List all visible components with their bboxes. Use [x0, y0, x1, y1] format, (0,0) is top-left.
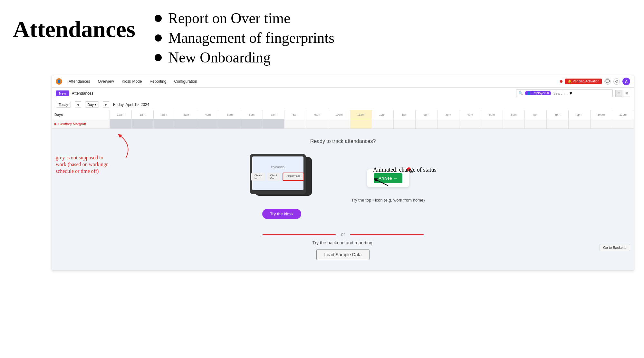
odoo-interface: 👤 Attendances Overview Kiosk Mode Report… — [52, 75, 634, 271]
chat-icon[interactable]: 💬 — [604, 78, 611, 85]
employee-icon: 👤 — [527, 91, 531, 95]
row-hour-block-6pm — [503, 119, 525, 128]
timeline-row-hours — [110, 119, 634, 128]
top-navbar: 👤 Attendances Overview Kiosk Mode Report… — [52, 75, 634, 88]
grey-annotation: grey is not supposed to work (based on w… — [56, 155, 114, 174]
row-hour-block-5pm — [481, 119, 503, 128]
row-hour-block-2pm — [416, 119, 437, 128]
tablet-screen: EQ PHOTO Check In Check Out Finger/Face — [252, 156, 303, 190]
row-hour-block-10am — [328, 119, 350, 128]
next-arrow[interactable]: ▶ — [103, 101, 109, 108]
ready-text: Ready to track attendances? — [310, 138, 376, 144]
hour-cell-4am: 4am — [197, 110, 219, 119]
load-sample-button[interactable]: Load Sample Data — [316, 249, 370, 260]
employee-tag[interactable]: 👤 Employee ✕ — [525, 91, 551, 95]
row-hour-block-9pm — [569, 119, 591, 128]
kiosk-device: EQ PHOTO Check In Check Out Finger/Face … — [250, 154, 314, 219]
search-bar: 🔍 👤 Employee ✕ Search... ▾ — [516, 89, 613, 97]
days-column-header: Days — [52, 110, 110, 119]
nav-left: 👤 Attendances Overview Kiosk Mode Report… — [56, 78, 198, 85]
employee-tag-label: Employee — [532, 91, 546, 95]
timeline-row: ▶ Geoffrey Margraff — [52, 119, 634, 129]
row-hour-block-1pm — [394, 119, 416, 128]
checkout-btn[interactable]: Check Out — [267, 173, 281, 181]
clock-icon[interactable]: ⏱ — [613, 78, 620, 85]
nav-overview[interactable]: Overview — [97, 79, 115, 84]
arrivee-button[interactable]: Arrivée → — [374, 173, 403, 183]
hour-cell-9am: 9am — [306, 110, 328, 119]
view-dropdown-icon: ▾ — [95, 102, 97, 107]
bullet-dot-3 — [155, 54, 162, 61]
person-name: Geoffrey Margraff — [58, 122, 86, 126]
pending-label: Pending Activation — [573, 80, 599, 83]
search-icon: 🔍 — [518, 91, 523, 95]
row-hour-block-7pm — [525, 119, 547, 128]
status-dot — [560, 80, 562, 83]
hour-cell-5pm: 5pm — [481, 110, 503, 119]
feature-label-3: New Onboarding — [168, 49, 271, 66]
today-button[interactable]: Today — [56, 102, 71, 108]
hour-cell-8pm: 8pm — [547, 110, 569, 119]
tablet-header: EQ PHOTO — [271, 166, 284, 169]
status-widget: Arrivée → Animated: change of status — [340, 169, 437, 203]
feature-label-2: Management of fingerprints — [168, 29, 334, 46]
new-button[interactable]: New — [56, 90, 69, 96]
view-icons: ☰ ⊞ — [615, 90, 630, 97]
timeline-hours-header: 12am1am2am3am4am5am6am7am8am9am10am11am1… — [110, 110, 634, 119]
nav-reporting[interactable]: Reporting — [148, 79, 168, 84]
hour-cell-2pm: 2pm — [416, 110, 437, 119]
pending-activation-btn[interactable]: 🔔 Pending Activation — [565, 79, 602, 84]
list-view-btn[interactable]: ☰ — [615, 90, 622, 97]
finger-btn[interactable]: Finger/Face — [283, 173, 304, 181]
search-dropdown-icon[interactable]: ▾ — [570, 90, 572, 96]
feature-item-1: Report on Over time — [155, 10, 334, 27]
or-line-right — [350, 234, 424, 235]
prev-arrow[interactable]: ◀ — [75, 101, 81, 108]
day-selector[interactable]: Day ▾ — [85, 101, 99, 108]
search-placeholder: Search... — [553, 91, 567, 95]
tablet-mockup: EQ PHOTO Check In Check Out Finger/Face — [250, 154, 314, 204]
breadcrumb-text: Attendances — [72, 91, 93, 96]
feature-item-3: New Onboarding — [155, 49, 334, 66]
feature-label-1: Report on Over time — [168, 10, 290, 27]
go-to-backend-button[interactable]: Go to Backend — [600, 244, 630, 251]
expand-icon[interactable]: ▶ — [54, 122, 57, 126]
hour-cell-1am: 1am — [132, 110, 154, 119]
breadcrumb-left: New Attendances — [56, 90, 93, 96]
tag-close-icon[interactable]: ✕ — [547, 91, 549, 95]
hour-cell-11pm: 11pm — [612, 110, 634, 119]
checkin-btn[interactable]: Check In — [251, 173, 265, 181]
tablet-front: EQ PHOTO Check In Check Out Finger/Face — [250, 154, 306, 194]
row-hour-block-3am — [175, 119, 197, 128]
row-hour-block-6am — [241, 119, 263, 128]
user-avatar[interactable]: A — [622, 78, 630, 85]
row-hour-block-9am — [306, 119, 328, 128]
nav-kiosk-mode[interactable]: Kiosk Mode — [120, 79, 143, 84]
hour-cell-12am: 12am — [110, 110, 132, 119]
hour-cell-5am: 5am — [219, 110, 241, 119]
bullet-dot-2 — [155, 34, 162, 42]
or-line-left — [263, 234, 336, 235]
or-divider: or — [263, 232, 424, 237]
hour-cell-3am: 3am — [175, 110, 197, 119]
nav-configuration[interactable]: Configuration — [173, 79, 198, 84]
row-hour-block-4pm — [459, 119, 481, 128]
hour-cell-12pm: 12pm — [372, 110, 394, 119]
row-hour-block-7am — [263, 119, 285, 128]
hour-cell-1pm: 1pm — [394, 110, 416, 119]
hour-cell-10pm: 10pm — [591, 110, 612, 119]
top-section: Attendances Report on Over time Manageme… — [0, 0, 644, 75]
row-hour-block-3pm — [437, 119, 459, 128]
calendar-toolbar: Today ◀ Day ▾ ▶ Friday, April 19, 2024 — [52, 99, 634, 110]
row-hour-block-11am — [350, 119, 372, 128]
hour-cell-9pm: 9pm — [569, 110, 591, 119]
nav-attendances[interactable]: Attendances — [67, 79, 91, 84]
hour-cell-4pm: 4pm — [459, 110, 481, 119]
view-label: Day — [87, 103, 94, 107]
top-icon-note: Try the top • icon (e.g. work from home) — [351, 197, 425, 203]
hour-cell-3pm: 3pm — [437, 110, 459, 119]
try-kiosk-button[interactable]: Try the kiosk — [262, 209, 301, 219]
row-hour-block-1am — [132, 119, 154, 128]
grid-view-btn[interactable]: ⊞ — [623, 90, 630, 97]
breadcrumb-right: 🔍 👤 Employee ✕ Search... ▾ ☰ ⊞ — [516, 89, 630, 97]
